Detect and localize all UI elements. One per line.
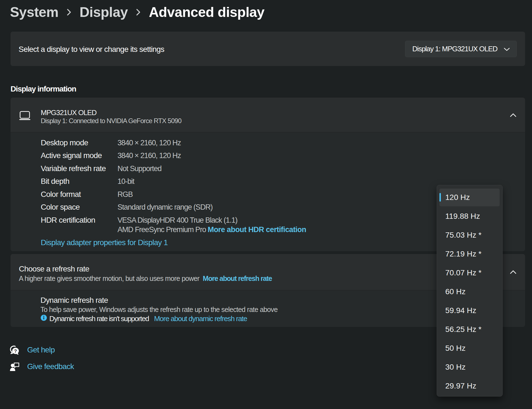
svg-text:?: ? [14,349,17,354]
